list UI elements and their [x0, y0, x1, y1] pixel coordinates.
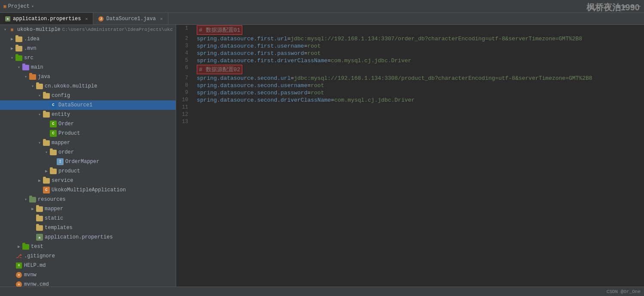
sidebar: ▾ ▣ ukoko-multiple C:\Users\Administrato… — [0, 25, 176, 287]
tab-close-props[interactable]: ✕ — [85, 16, 88, 21]
tree-item-templates[interactable]: ▶ templates — [0, 223, 176, 233]
line-num-2: 2 — [176, 35, 193, 42]
tree-item-main[interactable]: ▾ main — [0, 63, 176, 72]
tab-close-java[interactable]: ✕ — [160, 16, 163, 21]
project-root-icon: ▣ — [9, 26, 15, 33]
tree-item-static[interactable]: ▶ static — [0, 214, 176, 223]
tree-item-gitignore[interactable]: ▶ ⎇ .gitignore — [0, 251, 176, 261]
tree-item-test[interactable]: ▶ test — [0, 242, 176, 251]
tree-label-helpmd: HELP.md — [24, 263, 46, 269]
line-num-4: 4 — [176, 50, 193, 57]
expand-src[interactable]: ▾ — [9, 55, 15, 60]
tree-item-helpmd[interactable]: ▶ M HELP.md — [0, 261, 176, 270]
tab-datasource1-java[interactable]: J DataSource1.java ✕ — [93, 13, 168, 24]
ordermapper-icon: I — [57, 158, 64, 165]
expand-idea[interactable]: ▶ — [9, 36, 15, 42]
tree-label-gitignore: .gitignore — [24, 253, 55, 259]
line-num-7: 7 — [176, 75, 193, 82]
expand-test[interactable]: ▶ — [15, 244, 22, 249]
code-line-6: 6 # 数据源配置02 — [176, 64, 644, 75]
line-content-7: spring.datasource.second.url=jdbc:mysql:… — [193, 75, 644, 82]
watermark: 枫桥夜泊1990 — [586, 2, 640, 13]
code-line-8: 8 spring.datasource.second.username=root — [176, 82, 644, 89]
expand-mapper[interactable]: ▾ — [36, 140, 43, 145]
line-content-6: # 数据源配置02 — [193, 64, 644, 75]
expand-mapper-order[interactable]: ▾ — [43, 150, 50, 155]
comment-highlight-1: # 数据源配置01 — [197, 25, 242, 35]
tree-item-mapper-order[interactable]: ▾ order — [0, 148, 176, 157]
expand-product-dir[interactable]: ▶ — [43, 169, 50, 174]
tree-item-appprops[interactable]: ▶ a application.properties — [0, 233, 176, 242]
line-content-12 — [193, 111, 644, 118]
line-num-1: 1 — [176, 25, 193, 35]
expand-config[interactable]: ▾ — [36, 93, 43, 98]
tree-item-mvnwcmd[interactable]: ▶ m mvnw.cmd — [0, 280, 176, 287]
line-content-5: spring.datasource.first.driverClassName=… — [193, 57, 644, 64]
tree-item-idea[interactable]: ▶ .idea — [0, 34, 176, 44]
tree-label-test: test — [31, 244, 43, 250]
code-line-2: 2 spring.datasource.first.url=jdbc:mysql… — [176, 35, 644, 42]
expand-entity[interactable]: ▾ — [36, 112, 43, 117]
mvn-folder-icon — [15, 45, 22, 52]
test-folder-icon — [22, 243, 29, 250]
tree-item-product-dir[interactable]: ▶ product — [0, 166, 176, 176]
expand-res-mapper[interactable]: ▶ — [29, 206, 36, 211]
comment-highlight-2: # 数据源配置02 — [197, 65, 242, 74]
line-content-1: # 数据源配置01 — [193, 25, 644, 35]
tree-item-resources[interactable]: ▾ resources — [0, 195, 176, 204]
tree-item-ordermapper[interactable]: ▶ I OrderMapper — [0, 157, 176, 166]
tree-label-config: config — [52, 93, 70, 99]
line-num-6: 6 — [176, 64, 193, 75]
main-folder-icon — [22, 64, 29, 71]
tree-label-ukokoapp: UkokoMultipleApplication — [52, 187, 126, 193]
line-content-3: spring.datasource.first.username=root — [193, 42, 644, 50]
tree-item-res-mapper[interactable]: ▶ mapper — [0, 204, 176, 214]
editor[interactable]: 1 # 数据源配置01 2 spring.datasource.first.ur… — [176, 25, 644, 287]
project-icon: ▣ — [3, 3, 6, 9]
expand-java[interactable]: ▾ — [22, 74, 29, 79]
tree-label-src: src — [24, 55, 34, 61]
tree-label-root: ukoko-multiple — [17, 27, 61, 33]
tree-item-config[interactable]: ▾ config — [0, 91, 176, 100]
code-line-1: 1 # 数据源配置01 — [176, 25, 644, 35]
tree-item-mvnw[interactable]: ▶ m mvnw — [0, 270, 176, 280]
tree-item-mapper[interactable]: ▾ mapper — [0, 138, 176, 148]
java-folder-icon — [29, 73, 36, 80]
code-table: 1 # 数据源配置01 2 spring.datasource.first.ur… — [176, 25, 644, 126]
tree-label-mvnwcmd: mvnw.cmd — [24, 281, 49, 287]
line-num-3: 3 — [176, 42, 193, 50]
tree-item-root[interactable]: ▾ ▣ ukoko-multiple C:\Users\Administrato… — [0, 25, 176, 34]
line-num-9: 9 — [176, 89, 193, 97]
tree-item-entity[interactable]: ▾ entity — [0, 110, 176, 119]
tab-bar: a application.properties ✕ J DataSource1… — [0, 13, 644, 25]
expand-mvn[interactable]: ▶ — [9, 46, 15, 51]
tree-item-src[interactable]: ▾ src — [0, 53, 176, 63]
tree-item-product[interactable]: ▶ C Product — [0, 129, 176, 138]
expand-main[interactable]: ▾ — [15, 65, 22, 70]
tree-item-datasource1[interactable]: ▶ C DataSource1 — [0, 100, 176, 110]
datasource1-icon: C — [50, 102, 57, 109]
tree-label-pkg: cn.ukoko.multiple — [45, 83, 97, 89]
line-num-8: 8 — [176, 82, 193, 89]
tree-item-order-class[interactable]: ▶ C Order — [0, 119, 176, 129]
line-num-12: 12 — [176, 111, 193, 118]
tree-label-order-class: Order — [58, 121, 74, 127]
expand-resources[interactable]: ▾ — [22, 197, 29, 202]
templates-folder-icon — [36, 224, 43, 231]
tree-item-service[interactable]: ▶ service — [0, 176, 176, 185]
tree-item-pkg[interactable]: ▾ cn.ukoko.multiple — [0, 82, 176, 91]
tree-item-java[interactable]: ▾ java — [0, 72, 176, 82]
tree-item-ukokoapp[interactable]: ▶ C UkokoMultipleApplication — [0, 185, 176, 195]
line-num-10: 10 — [176, 97, 193, 104]
line-content-8: spring.datasource.second.username=root — [193, 82, 644, 89]
expand-root[interactable]: ▾ — [2, 27, 9, 32]
line-num-11: 11 — [176, 104, 193, 111]
pkg-folder-icon — [36, 83, 43, 90]
tree-item-mvn[interactable]: ▶ .mvn — [0, 44, 176, 53]
expand-pkg[interactable]: ▾ — [29, 84, 36, 89]
code-line-7: 7 spring.datasource.second.url=jdbc:mysq… — [176, 75, 644, 82]
expand-service[interactable]: ▶ — [36, 178, 43, 183]
tab-application-properties[interactable]: a application.properties ✕ — [0, 13, 93, 24]
code-line-11: 11 — [176, 104, 644, 111]
code-line-10: 10 spring.datasource.second.driverClassN… — [176, 97, 644, 104]
